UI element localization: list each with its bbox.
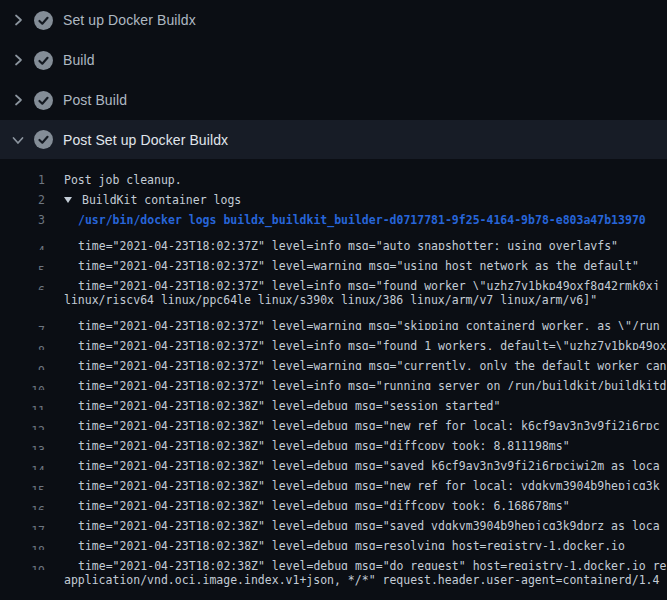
triangle-down-icon [64,197,72,203]
step-row-post-set-up-docker-buildx[interactable]: Post Set up Docker Buildx [0,120,667,159]
line-text: /usr/bin/docker logs buildx_buildkit_bui… [78,210,646,230]
line-text: linux/riscv64 linux/ppc64le linux/s390x … [64,290,597,310]
line-text: time="2021-04-23T18:02:38Z" level=debug … [78,516,660,531]
line-number[interactable]: 18 [0,541,45,550]
line-content: time="2021-04-23T18:02:37Z" level=info m… [45,341,667,350]
log-line: 13 time="2021-04-23T18:02:38Z" level=deb… [0,430,667,450]
log-line: 6 time="2021-04-23T18:02:37Z" level=info… [0,270,667,290]
line-text: time="2021-04-23T18:02:38Z" level=debug … [78,476,660,491]
line-content: time="2021-04-23T18:02:38Z" level=debug … [45,541,625,550]
line-text: time="2021-04-23T18:02:37Z" level=warnin… [78,356,667,371]
step-row-build[interactable]: Build [0,40,667,80]
line-text: time="2021-04-23T18:02:37Z" level=info m… [78,276,660,291]
log-line: 3 /usr/bin/docker logs buildx_buildkit_b… [0,210,667,230]
log-line: 5 time="2021-04-23T18:02:37Z" level=warn… [0,250,667,270]
line-content: time="2021-04-23T18:02:37Z" level=info m… [45,241,618,250]
line-number[interactable]: 12 [0,421,45,430]
line-content: linux/riscv64 linux/ppc64le linux/s390x … [45,290,597,310]
line-number[interactable]: 11 [0,401,45,410]
line-content: /usr/bin/docker logs buildx_buildkit_bui… [45,210,646,230]
line-text: time="2021-04-23T18:02:38Z" level=debug … [78,436,570,451]
line-content: time="2021-04-23T18:02:38Z" level=debug … [45,401,500,410]
line-number [0,290,45,310]
line-content: time="2021-04-23T18:02:37Z" level=info m… [45,381,667,390]
line-content: time="2021-04-23T18:02:38Z" level=debug … [45,501,570,510]
line-content: time="2021-04-23T18:02:38Z" level=debug … [45,481,660,490]
log-line: 9 time="2021-04-23T18:02:37Z" level=warn… [0,350,667,370]
step-label: Set up Docker Buildx [63,12,196,28]
chevron-down-icon[interactable] [10,132,26,148]
chevron-right-icon[interactable] [10,52,26,68]
line-content: time="2021-04-23T18:02:38Z" level=debug … [45,561,667,570]
line-number[interactable]: 15 [0,481,45,490]
log-line: 15 time="2021-04-23T18:02:38Z" level=deb… [0,470,667,490]
line-text: application/vnd.oci.image.index.v1+json,… [64,570,659,590]
line-content: time="2021-04-23T18:02:38Z" level=debug … [45,441,570,450]
line-text: time="2021-04-23T18:02:37Z" level=info m… [78,236,618,251]
check-circle-icon [34,130,53,149]
log-line: 7 time="2021-04-23T18:02:37Z" level=warn… [0,310,667,330]
chevron-right-icon[interactable] [10,12,26,28]
line-text: time="2021-04-23T18:02:37Z" level=warnin… [78,316,660,331]
line-number[interactable]: 3 [0,210,45,230]
line-number[interactable]: 10 [0,381,45,390]
step-row-set-up-docker-buildx[interactable]: Set up Docker Buildx [0,0,667,40]
log-line: 16 time="2021-04-23T18:02:38Z" level=deb… [0,490,667,510]
line-text: time="2021-04-23T18:02:37Z" level=warnin… [78,256,639,271]
line-text: BuildKit container logs [82,190,241,210]
log-line: 4 time="2021-04-23T18:02:37Z" level=info… [0,230,667,250]
log-line: 8 time="2021-04-23T18:02:37Z" level=info… [0,330,667,350]
line-number[interactable]: 9 [0,361,45,370]
log-line: 11 time="2021-04-23T18:02:38Z" level=deb… [0,390,667,410]
line-content: time="2021-04-23T18:02:37Z" level=warnin… [45,321,660,330]
log-line: linux/riscv64 linux/ppc64le linux/s390x … [0,290,667,310]
line-number[interactable]: 17 [0,521,45,530]
log-line: 20 time="2021-04-23T18:02:38Z" level=deb… [0,590,667,600]
step-row-post-build[interactable]: Post Build [0,80,667,120]
line-text: time="2021-04-23T18:02:38Z" level=debug … [78,556,667,571]
line-text: time="2021-04-23T18:02:38Z" level=debug … [78,416,660,431]
line-text: time="2021-04-23T18:02:37Z" level=info m… [78,376,667,391]
line-text: time="2021-04-23T18:02:38Z" level=debug … [78,456,660,471]
line-content: application/vnd.oci.image.index.v1+json,… [45,570,659,590]
line-content: time="2021-04-23T18:02:37Z" level=warnin… [45,361,667,370]
line-number[interactable]: 13 [0,441,45,450]
line-number [0,570,45,590]
log-line: 10 time="2021-04-23T18:02:37Z" level=inf… [0,370,667,390]
line-text: time="2021-04-23T18:02:38Z" level=debug … [78,396,500,411]
log-line: application/vnd.oci.image.index.v1+json,… [0,570,667,590]
check-circle-icon [34,51,53,70]
actions-log-panel: Set up Docker Buildx Build P [0,0,667,600]
line-content: time="2021-04-23T18:02:38Z" level=debug … [45,461,660,470]
check-circle-icon [34,11,53,30]
line-number[interactable]: 19 [0,561,45,570]
step-label: Post Build [63,92,127,108]
line-text: time="2021-04-23T18:02:38Z" level=debug … [78,536,625,551]
check-circle-icon [34,91,53,110]
log-line: 17 time="2021-04-23T18:02:38Z" level=deb… [0,510,667,530]
line-number[interactable]: 7 [0,321,45,330]
line-text: time="2021-04-23T18:02:37Z" level=info m… [78,336,667,351]
line-text: time="2021-04-23T18:02:38Z" level=debug … [78,496,570,511]
line-number[interactable]: 8 [0,341,45,350]
log-line: 1 Post job cleanup. [0,170,667,190]
line-number[interactable]: 2 [0,190,45,210]
step-label: Post Set up Docker Buildx [63,132,228,148]
line-number[interactable]: 1 [0,170,45,190]
line-number[interactable]: 5 [0,261,45,270]
log-line[interactable]: 2 BuildKit container logs [0,190,667,210]
line-content: Post job cleanup. [45,170,182,190]
line-text: Post job cleanup. [64,170,182,190]
log-line: 14 time="2021-04-23T18:02:38Z" level=deb… [0,450,667,470]
line-number[interactable]: 16 [0,501,45,510]
line-number[interactable]: 14 [0,461,45,470]
line-content: BuildKit container logs [45,190,241,210]
chevron-right-icon[interactable] [10,92,26,108]
log-line: 12 time="2021-04-23T18:02:38Z" level=deb… [0,410,667,430]
line-number[interactable]: 4 [0,241,45,250]
line-number[interactable]: 6 [0,281,45,290]
line-text: time="2021-04-23T18:02:38Z" level=debug … [78,596,660,600]
line-content: time="2021-04-23T18:02:38Z" level=debug … [45,521,660,530]
step-list: Set up Docker Buildx Build P [0,0,667,159]
log-line: 18 time="2021-04-23T18:02:38Z" level=deb… [0,530,667,550]
